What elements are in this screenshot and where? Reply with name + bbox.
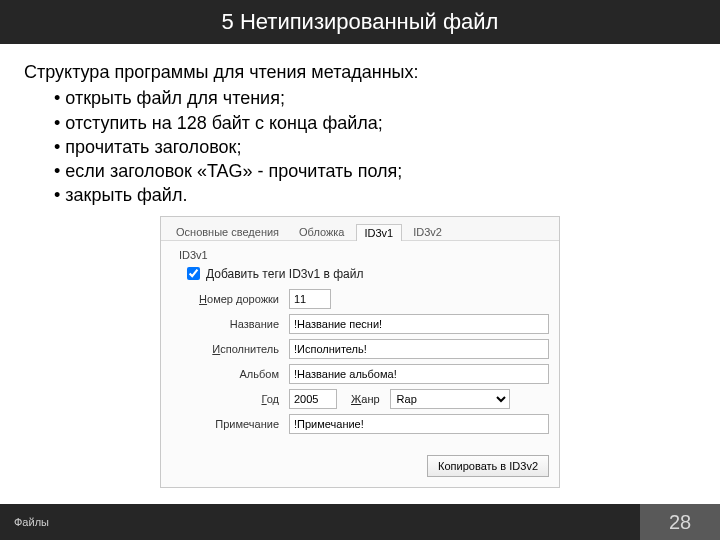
year-genre-row: Год Жанр Rap (171, 389, 549, 409)
track-input[interactable] (289, 289, 331, 309)
footer: Файлы 28 (0, 504, 720, 540)
title-label: Название (171, 318, 289, 330)
intro-line: Структура программы для чтения метаданны… (24, 60, 696, 84)
body-text: Структура программы для чтения метаданны… (0, 44, 720, 216)
album-input[interactable] (289, 364, 549, 384)
tab-cover[interactable]: Обложка (290, 223, 353, 240)
track-row: Номер дорожки (171, 289, 549, 309)
bullet-item: если заголовок «TAG» - прочитать поля; (54, 159, 696, 183)
year-label: Год (171, 393, 289, 405)
track-label: Номер дорожки (171, 293, 289, 305)
add-tags-checkbox[interactable] (187, 267, 200, 280)
field-group: ID3v1 Добавить теги ID3v1 в файл Номер д… (161, 241, 559, 449)
dialog-wrap: Основные сведения Обложка ID3v1 ID3v2 ID… (0, 216, 720, 488)
slide-title: 5 Нетипизированный файл (0, 0, 720, 44)
artist-row: Исполнитель (171, 339, 549, 359)
footer-left: Файлы (0, 504, 640, 540)
album-row: Альбом (171, 364, 549, 384)
bullet-item: прочитать заголовок; (54, 135, 696, 159)
note-input[interactable] (289, 414, 549, 434)
genre-label: Жанр (337, 393, 390, 405)
group-title: ID3v1 (171, 249, 549, 261)
bullet-item: открыть файл для чтения; (54, 86, 696, 110)
title-input[interactable] (289, 314, 549, 334)
tab-basic[interactable]: Основные сведения (167, 223, 288, 240)
bullet-item: закрыть файл. (54, 183, 696, 207)
tab-id3v2[interactable]: ID3v2 (404, 223, 451, 240)
id3-dialog: Основные сведения Обложка ID3v1 ID3v2 ID… (160, 216, 560, 488)
slide: 5 Нетипизированный файл Структура програ… (0, 0, 720, 540)
title-row: Название (171, 314, 549, 334)
bullet-list: открыть файл для чтения; отступить на 12… (24, 86, 696, 207)
copy-to-id3v2-button[interactable]: Копировать в ID3v2 (427, 455, 549, 477)
artist-input[interactable] (289, 339, 549, 359)
year-input[interactable] (289, 389, 337, 409)
add-tags-row: Добавить теги ID3v1 в файл (171, 265, 549, 289)
artist-label: Исполнитель (171, 343, 289, 355)
genre-select[interactable]: Rap (390, 389, 510, 409)
tab-id3v1[interactable]: ID3v1 (356, 224, 403, 241)
bullet-item: отступить на 128 байт с конца файла; (54, 111, 696, 135)
button-row: Копировать в ID3v2 (161, 449, 559, 487)
page-number: 28 (640, 504, 720, 540)
add-tags-label: Добавить теги ID3v1 в файл (206, 267, 363, 281)
note-row: Примечание (171, 414, 549, 434)
tab-row: Основные сведения Обложка ID3v1 ID3v2 (161, 217, 559, 241)
album-label: Альбом (171, 368, 289, 380)
note-label: Примечание (171, 418, 289, 430)
